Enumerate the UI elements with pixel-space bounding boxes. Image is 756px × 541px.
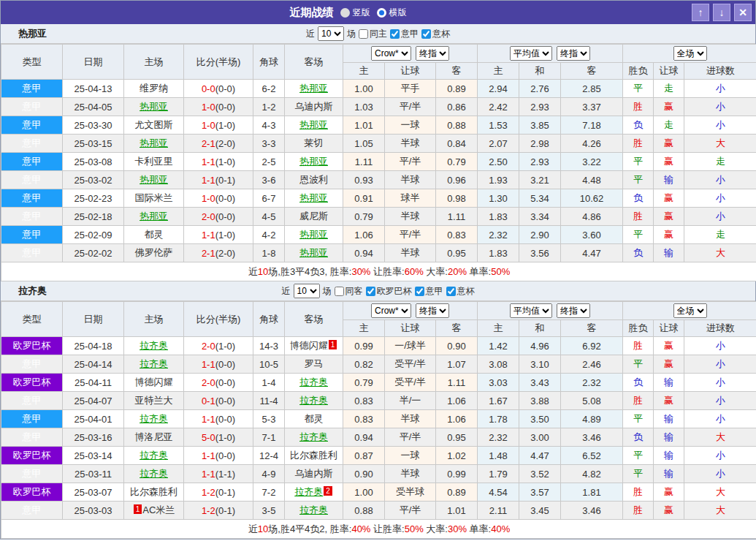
team-link[interactable]: 佛罗伦萨 <box>135 247 173 258</box>
filter-checkbox-意甲[interactable]: 意甲 <box>415 285 443 298</box>
half-time-score: (0-0) <box>215 102 235 113</box>
table-row: 意甲 25-03-08 卡利亚里 1-1(1-0) 2-5 热那亚 1.11 平… <box>1 153 756 171</box>
checkbox-input[interactable] <box>390 29 400 39</box>
team-link[interactable]: 拉齐奥 <box>299 431 328 442</box>
filter-checkbox-欧罗巴杯[interactable]: 欧罗巴杯 <box>366 285 412 298</box>
average-stage-select[interactable]: 终指 <box>557 46 590 61</box>
odds-away: 1.06 <box>436 392 478 410</box>
team-link[interactable]: 卡利亚里 <box>135 156 173 167</box>
recent-count-select[interactable]: 10 <box>318 26 344 41</box>
team-link[interactable]: 罗马 <box>305 358 324 369</box>
layout-radio-landscape[interactable]: 横版 <box>377 7 407 19</box>
team-link[interactable]: 乌迪内斯 <box>295 468 333 479</box>
match-date: 25-03-11 <box>63 465 124 483</box>
league-type-badge: 意甲 <box>1 153 63 171</box>
team-link[interactable]: 比尔森胜利 <box>290 450 337 461</box>
checkbox-label: 意杯 <box>457 285 475 298</box>
checkbox-input[interactable] <box>421 29 431 39</box>
team-link[interactable]: 拉齐奥 <box>294 486 323 497</box>
result-win-draw-loss: 胜 <box>623 483 654 502</box>
layout-radio-portrait[interactable]: 竖版 <box>340 7 370 19</box>
team-link[interactable]: 热那亚 <box>140 174 168 185</box>
score-cell: 0-0(0-0) <box>184 80 253 98</box>
result-handicap: 输 <box>654 244 684 262</box>
team-link[interactable]: 拉齐奥 <box>140 450 168 461</box>
checkbox-input[interactable] <box>366 287 375 296</box>
avg-away-odds: 7.18 <box>561 116 623 135</box>
team-link[interactable]: 热那亚 <box>299 247 328 258</box>
odds-home: 0.83 <box>343 410 385 428</box>
team-link[interactable]: 尤文图斯 <box>135 119 173 130</box>
team-link[interactable]: 热那亚 <box>299 83 328 94</box>
team-link[interactable]: 拉齐奥 <box>140 340 168 351</box>
team-link[interactable]: 热那亚 <box>299 156 328 167</box>
filter-checkbox-意杯[interactable]: 意杯 <box>421 28 450 40</box>
checkbox-input[interactable] <box>359 29 368 39</box>
odds-stage-select[interactable]: 终指 <box>416 303 449 318</box>
team-link[interactable]: 拉齐奥 <box>299 377 328 387</box>
radio-portrait-label[interactable]: 竖版 <box>353 7 370 19</box>
team-link[interactable]: 拉齐奥 <box>140 358 168 369</box>
col-result-wdl: 胜负 <box>623 320 654 337</box>
move-down-button[interactable]: ↓ <box>713 4 730 21</box>
odds-company-select[interactable]: Crow* <box>371 46 411 61</box>
checkbox-input[interactable] <box>415 287 424 296</box>
average-stage-select[interactable]: 终指 <box>557 303 590 318</box>
team-link[interactable]: AC米兰 <box>142 504 175 515</box>
move-up-button[interactable]: ↑ <box>692 4 709 21</box>
team-link[interactable]: 比尔森胜利 <box>130 486 177 497</box>
table-row: 意甲 25-04-05 热那亚 1-0(0-0) 1-2 乌迪内斯 1.03 平… <box>1 98 756 116</box>
team-link[interactable]: 博洛尼亚 <box>135 431 173 442</box>
filter-checkbox-意甲[interactable]: 意甲 <box>390 28 419 40</box>
summary-text: 近10场,胜4平4负2, 胜率:40% 让胜率:50% 大率:30% 单率:40… <box>1 520 756 539</box>
team-link[interactable]: 恩波利 <box>299 174 328 185</box>
team-link[interactable]: 拉齐奥 <box>140 468 168 479</box>
average-select[interactable]: 平均值 <box>510 303 552 318</box>
team-link[interactable]: 博德闪耀 <box>290 340 328 351</box>
team-link[interactable]: 热那亚 <box>140 137 168 148</box>
radio-landscape-label[interactable]: 横版 <box>389 7 407 19</box>
close-button[interactable]: ✕ <box>734 4 752 21</box>
odds-away: 0.96 <box>436 171 478 189</box>
full-match-select[interactable]: 全场 <box>673 303 707 318</box>
team-link[interactable]: 都灵 <box>145 229 164 240</box>
team-link[interactable]: 拉齐奥 <box>299 395 328 406</box>
checkbox-input[interactable] <box>446 287 456 296</box>
team-link[interactable]: 维罗纳 <box>140 83 168 94</box>
recent-count-select[interactable]: 10 <box>294 284 320 298</box>
team-link[interactable]: 莱切 <box>305 137 324 148</box>
filter-checkbox-同客[interactable]: 同客 <box>335 285 363 298</box>
radio-landscape-icon[interactable] <box>377 8 386 18</box>
odds-away: 0.95 <box>436 428 478 447</box>
filter-checkbox-意杯[interactable]: 意杯 <box>446 285 475 298</box>
odds-company-select[interactable]: Crow* <box>371 303 411 318</box>
team-link[interactable]: 热那亚 <box>299 229 328 240</box>
team-link[interactable]: 都灵 <box>305 413 324 424</box>
odds-stage-select[interactable]: 终指 <box>416 46 449 61</box>
team-link[interactable]: 乌迪内斯 <box>295 101 333 112</box>
result-goals: 大 <box>684 483 756 502</box>
score-cell: 1-1(0-1) <box>184 171 253 189</box>
team-link[interactable]: 国际米兰 <box>135 192 173 203</box>
odds-away: 0.98 <box>436 189 478 208</box>
result-win-draw-loss: 胜 <box>623 392 654 410</box>
team-section-lazio: 拉齐奥 近 10 场 同客欧罗巴杯意甲意杯 类型 日期 主场 比分(半场) <box>1 281 755 539</box>
team-link[interactable]: 博德闪耀 <box>135 377 173 387</box>
full-match-select[interactable]: 全场 <box>673 46 707 61</box>
team-link[interactable]: 热那亚 <box>140 101 168 112</box>
checkbox-input[interactable] <box>335 287 344 296</box>
odds-handicap-line: 半球 <box>385 171 436 189</box>
team-link[interactable]: 威尼斯 <box>299 211 328 222</box>
team-link[interactable]: 拉齐奥 <box>140 413 168 424</box>
team-link[interactable]: 亚特兰大 <box>135 395 173 406</box>
score-cell: 1-0(1-0) <box>184 116 253 135</box>
team-link[interactable]: 热那亚 <box>299 192 328 203</box>
average-select[interactable]: 平均值 <box>510 46 552 61</box>
team-link[interactable]: 热那亚 <box>299 119 328 130</box>
result-handicap: 赢 <box>654 483 684 502</box>
team-link[interactable]: 拉齐奥 <box>299 504 328 515</box>
away-team-cell: 乌迪内斯 <box>285 465 343 483</box>
radio-portrait-icon[interactable] <box>340 8 350 18</box>
filter-checkbox-同主[interactable]: 同主 <box>359 28 387 40</box>
team-link[interactable]: 热那亚 <box>140 211 168 222</box>
